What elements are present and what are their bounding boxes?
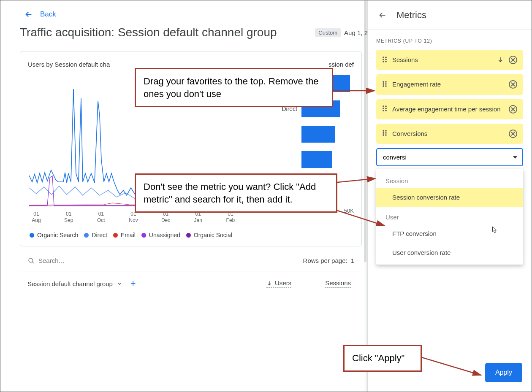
chart-legend: Organic SearchDirectEmailUnassignedOrgan… <box>28 224 354 241</box>
drag-handle-icon[interactable] <box>382 56 387 64</box>
svg-point-7 <box>383 81 384 82</box>
x-tick: 01Sep <box>60 211 77 224</box>
table-toolbar: Rows per page: 1 <box>20 250 362 271</box>
svg-point-16 <box>385 108 387 109</box>
svg-point-4 <box>385 59 387 60</box>
drag-handle-icon[interactable] <box>382 81 387 89</box>
legend-item[interactable]: Unassigned <box>141 232 180 238</box>
svg-line-26 <box>337 178 375 182</box>
arrow-left-icon[interactable] <box>378 11 387 20</box>
svg-point-21 <box>383 132 384 134</box>
legend-label: Organic Search <box>37 232 78 238</box>
drag-handle-icon[interactable] <box>382 130 387 138</box>
legend-item[interactable]: Organic Social <box>186 232 232 238</box>
bar-chart-title: ssion def <box>328 61 354 68</box>
svg-point-17 <box>383 110 384 111</box>
svg-point-19 <box>383 130 384 132</box>
column-label: Users <box>275 279 291 287</box>
cursor-icon <box>490 226 498 235</box>
caret-down-icon <box>513 156 517 159</box>
header-row: Traffic acquisition: Session default cha… <box>0 22 368 49</box>
column-users[interactable]: Users <box>266 279 291 288</box>
dropdown-group-label: User <box>376 207 523 224</box>
svg-line-28 <box>422 357 481 375</box>
annotation-drag: Drag your favorites to the top. Remove t… <box>135 68 333 107</box>
svg-point-20 <box>385 130 387 132</box>
add-metric-input[interactable] <box>376 148 523 166</box>
search-input[interactable] <box>35 255 303 266</box>
legend-item[interactable]: Email <box>113 232 136 238</box>
metric-search-field[interactable] <box>382 153 513 161</box>
column-label: Sessions <box>325 279 351 287</box>
search-icon <box>27 257 35 265</box>
annotation-arrow <box>422 355 485 380</box>
date-preset-chip[interactable]: Custom <box>315 28 341 37</box>
svg-point-1 <box>383 57 384 58</box>
svg-point-3 <box>383 59 384 60</box>
date-range[interactable]: Aug 1, 2 <box>344 29 368 36</box>
dimension-select[interactable]: Session default channel group + <box>27 278 136 289</box>
back-button[interactable]: Back <box>0 0 368 22</box>
svg-point-10 <box>385 83 387 84</box>
metric-dropdown: SessionSession conversion rateUserFTP co… <box>376 169 523 265</box>
metric-label: Conversions <box>392 130 504 138</box>
remove-metric-button[interactable] <box>509 80 517 89</box>
section-label: METRICS (UP TO 12) <box>376 38 523 44</box>
caret-down-icon <box>117 281 122 286</box>
page-title: Traffic acquisition: Session default cha… <box>20 26 315 39</box>
svg-point-13 <box>383 106 384 107</box>
x-tick: 01Jan <box>190 211 206 224</box>
svg-point-9 <box>383 83 384 84</box>
rows-per-page-value[interactable]: 1 <box>351 257 354 264</box>
svg-point-23 <box>383 135 384 136</box>
svg-point-12 <box>385 85 387 87</box>
remove-metric-button[interactable] <box>509 130 517 138</box>
svg-point-6 <box>385 61 387 62</box>
drag-handle-icon[interactable] <box>382 105 387 113</box>
line-chart-title: Users by Session default cha <box>28 61 110 68</box>
metric-chip[interactable]: Average engagement time per session <box>376 99 523 119</box>
legend-label: Direct <box>92 232 107 238</box>
metric-chip[interactable]: Sessions <box>376 50 523 70</box>
panel-body: METRICS (UP TO 12) SessionsEngagement ra… <box>368 30 532 265</box>
legend-item[interactable]: Organic Search <box>30 232 78 238</box>
legend-dot-icon <box>30 233 34 238</box>
x-tick: 01Feb <box>222 211 239 224</box>
apply-button[interactable]: Apply <box>485 363 522 382</box>
bar-row <box>247 123 354 146</box>
legend-dot-icon <box>186 233 191 238</box>
table-header: Session default channel group + Users Se… <box>20 271 362 296</box>
x-tick: 01Aug <box>28 211 45 224</box>
bar-value <box>301 126 335 143</box>
legend-item[interactable]: Direct <box>84 232 107 238</box>
column-sessions[interactable]: Sessions <box>325 279 351 288</box>
svg-point-22 <box>385 132 387 134</box>
legend-label: Organic Social <box>194 232 232 238</box>
svg-point-15 <box>383 108 384 109</box>
panel-header: Metrics <box>368 0 532 30</box>
annotation-apply: Click "Apply" <box>343 345 422 372</box>
sort-arrow-icon[interactable] <box>497 56 504 64</box>
svg-point-24 <box>385 135 387 136</box>
annotation-add-metric: Don't see the metric you want? Click "Ad… <box>135 173 337 213</box>
svg-point-18 <box>385 110 387 111</box>
dropdown-item[interactable]: User conversion rate <box>376 243 523 262</box>
bar-value <box>301 151 332 168</box>
dropdown-group-label: Session <box>376 170 523 188</box>
legend-dot-icon <box>84 233 89 238</box>
arrow-down-icon <box>266 280 272 286</box>
remove-metric-button[interactable] <box>509 105 517 114</box>
dropdown-item[interactable]: FTP conversion <box>376 224 523 243</box>
svg-line-27 <box>337 211 385 226</box>
metrics-panel: Metrics METRICS (UP TO 12) SessionsEngag… <box>367 0 532 392</box>
legend-dot-icon <box>113 233 118 238</box>
metric-chip[interactable]: Conversions <box>376 124 523 144</box>
rows-per-page-label: Rows per page: <box>303 257 347 264</box>
remove-metric-button[interactable] <box>509 56 517 64</box>
dropdown-item[interactable]: Session conversion rate <box>376 188 523 207</box>
bar-row <box>247 148 354 171</box>
metric-chip[interactable]: Engagement rate <box>376 74 523 95</box>
svg-point-8 <box>385 81 387 82</box>
add-dimension-button[interactable]: + <box>130 278 136 289</box>
x-tick: 01Oct <box>92 211 109 224</box>
